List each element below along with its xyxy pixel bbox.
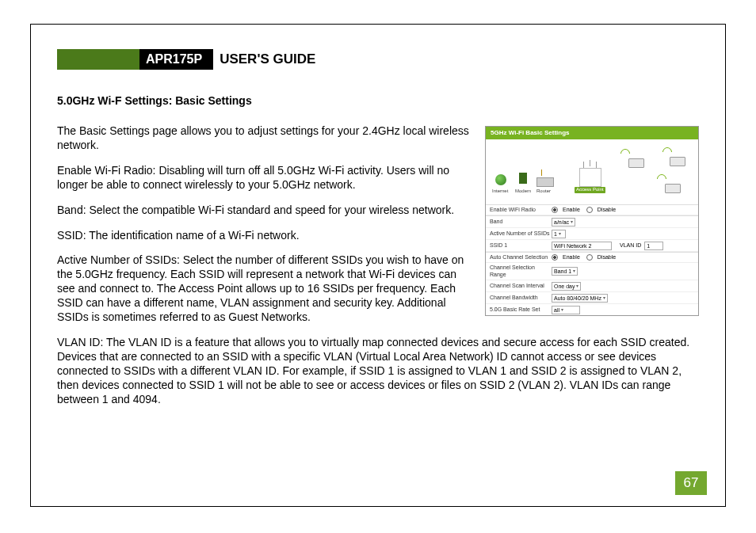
- figure-form: Enable WiFi Radio Enable Disable Band a/…: [486, 204, 698, 315]
- radio-disable-label: Disable: [598, 207, 616, 214]
- paragraph-vlan-id: VLAN ID: The VLAN ID is a feature that a…: [57, 336, 699, 407]
- header-guide-title: USER'S GUIDE: [220, 51, 315, 67]
- page-content: APR175P USER'S GUIDE 5.0GHz Wi-F Setting…: [57, 24, 699, 418]
- ap-ant-1: [583, 162, 584, 168]
- radio-ac-disable-label: Disable: [598, 254, 616, 261]
- figure-network-diagram: Internet Modem Router Access Point: [486, 139, 698, 204]
- label-enable-radio: Enable WiFi Radio: [490, 207, 552, 214]
- router-antenna: [541, 169, 542, 176]
- modem-icon: [519, 173, 527, 184]
- select-band[interactable]: a/n/ac: [552, 218, 575, 227]
- input-vlanid[interactable]: 1: [644, 242, 663, 250]
- radio-ac-enable-label: Enable: [563, 254, 580, 261]
- input-ssid1[interactable]: WiFi Network 2: [552, 242, 612, 250]
- label-active-ssids: Active Number of SSIDs: [490, 230, 552, 238]
- header-model: APR175P: [139, 49, 213, 70]
- row-ssid1: SSID 1 WiFi Network 2 VLAN ID 1: [486, 240, 698, 252]
- section-heading: 5.0GHz Wi-F Settings: Basic Settings: [57, 94, 699, 107]
- row-bandwidth: Channel Bandwidth Auto 80/40/20 MHz: [486, 292, 698, 304]
- row-channel-range: Channel Selection Range Band 1: [486, 263, 698, 280]
- label-band: Band: [490, 219, 552, 226]
- doc-header: APR175P USER'S GUIDE: [57, 49, 699, 69]
- laptop-icon: [670, 157, 685, 166]
- modem-label: Modem: [515, 188, 531, 195]
- select-rate[interactable]: all: [552, 306, 580, 314]
- radio-ac-enable[interactable]: [552, 254, 559, 261]
- access-point-icon: [579, 168, 601, 187]
- internet-label: Internet: [492, 188, 508, 195]
- page-number: 67: [675, 471, 707, 495]
- row-enable-radio: Enable WiFi Radio Enable Disable: [486, 205, 698, 215]
- router-label: Router: [536, 188, 551, 195]
- label-ssid1: SSID 1: [490, 242, 552, 249]
- row-band: Band a/n/ac: [486, 216, 698, 228]
- radio-ac-disable[interactable]: [586, 254, 594, 261]
- ap-ant-3: [596, 162, 597, 168]
- row-scan-interval: Channel Scan Interval One day: [486, 280, 698, 292]
- router-icon: [536, 177, 554, 187]
- row-rate: 5.0G Basic Rate Set all: [486, 304, 698, 315]
- laptop-icon: [628, 158, 644, 168]
- select-scan-interval[interactable]: One day: [552, 282, 581, 291]
- select-bandwidth[interactable]: Auto 80/40/20 MHz: [552, 294, 608, 303]
- select-active-ssids[interactable]: 1: [552, 230, 566, 238]
- access-point-label: Access Point: [575, 187, 605, 193]
- settings-screenshot: 5GHz Wi-Fi Basic Settings Internet Modem…: [485, 126, 699, 316]
- label-scan-interval: Channel Scan Interval: [490, 283, 552, 290]
- select-channel-range[interactable]: Band 1: [552, 267, 578, 276]
- figure-title: 5GHz Wi-Fi Basic Settings: [486, 127, 698, 139]
- label-bandwidth: Channel Bandwidth: [490, 295, 552, 302]
- row-active-ssids: Active Number of SSIDs 1: [486, 228, 698, 240]
- label-vlanid: VLAN ID: [620, 242, 641, 249]
- radio-disable[interactable]: [586, 207, 594, 214]
- label-channel-range: Channel Selection Range: [490, 265, 552, 279]
- radio-enable-label: Enable: [563, 207, 580, 214]
- internet-icon: [495, 174, 506, 185]
- ap-ant-2: [590, 160, 590, 166]
- label-rate: 5.0G Basic Rate Set: [490, 306, 552, 314]
- body-text: 5GHz Wi-Fi Basic Settings Internet Modem…: [57, 124, 699, 407]
- header-green-block: [57, 49, 139, 70]
- laptop-icon: [665, 184, 681, 193]
- label-auto-channel: Auto Channel Selection: [490, 254, 552, 261]
- row-auto-channel: Auto Channel Selection Enable Disable: [486, 253, 698, 263]
- radio-enable[interactable]: [552, 207, 559, 214]
